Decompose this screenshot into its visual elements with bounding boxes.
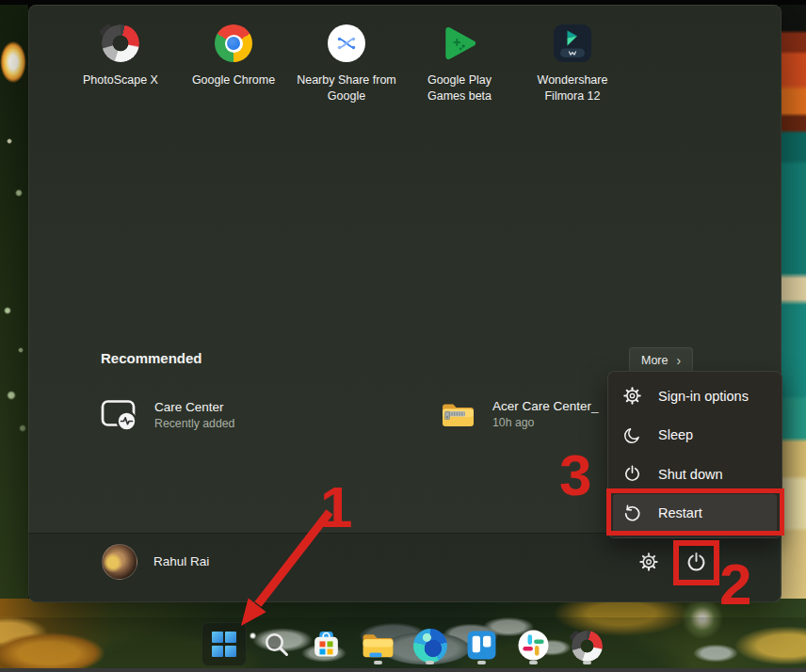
taskbar-background (0, 617, 806, 668)
menu-item-label: Sleep (658, 427, 693, 442)
trello-icon (466, 630, 497, 661)
recommended-item-title: Acer Care Center_ (492, 399, 599, 413)
menu-item-sleep[interactable]: Sleep (613, 416, 777, 456)
recommended-heading: Recommended (101, 350, 202, 366)
annotation-box-restart (606, 488, 784, 536)
more-button-label: More (641, 354, 668, 367)
chrome-icon (215, 23, 252, 64)
running-indicator (374, 661, 382, 664)
annotation-box-power (673, 540, 719, 585)
recommended-item-acer-care-center[interactable]: Acer Care Center_ 10h ago (441, 399, 599, 429)
annotation-step-3: 3 (559, 446, 591, 504)
play-games-icon (441, 23, 478, 64)
wallpaper-left-strip (0, 0, 28, 672)
recommended-item-subtitle: 10h ago (492, 416, 599, 429)
pinned-app-google-play-games[interactable]: Google Play Games beta (403, 23, 516, 104)
gear-icon (622, 386, 642, 406)
filmora-icon (554, 23, 591, 64)
recommended-item-care-center[interactable]: Care Center Recently added (101, 399, 234, 431)
windows-logo-icon (212, 632, 237, 657)
nearby-share-icon (328, 23, 365, 64)
app-label: Google Play Games beta (410, 72, 509, 104)
pinned-app-photoscape-x[interactable]: PhotoScape X (64, 23, 177, 104)
moon-icon (622, 425, 642, 445)
taskbar-file-explorer[interactable] (361, 631, 395, 660)
recommended-item-title: Care Center (154, 400, 234, 414)
pinned-app-google-chrome[interactable]: Google Chrome (177, 23, 290, 104)
annotation-step-1: 1 (320, 478, 352, 536)
menu-item-label: Sign-in options (658, 389, 749, 404)
settings-gear-icon[interactable] (638, 552, 659, 572)
wallpaper-sparkle (250, 632, 256, 639)
app-label: PhotoScape X (71, 72, 170, 88)
photoscape-icon (102, 23, 139, 64)
power-icon (622, 464, 642, 484)
menu-item-label: Shut down (658, 467, 723, 482)
app-label: Nearby Share from Google (297, 72, 396, 104)
user-name[interactable]: Rahul Rai (153, 554, 209, 568)
edge-icon (413, 629, 447, 663)
pinned-app-wondershare-filmora[interactable]: Wondershare Filmora 12 (516, 23, 629, 104)
running-indicator (529, 661, 538, 664)
taskbar-start-button[interactable] (202, 622, 247, 666)
start-menu-footer (28, 533, 780, 601)
menu-item-sign-in-options[interactable]: Sign-in options (613, 376, 777, 416)
taskbar-photoscape-x[interactable] (572, 631, 603, 662)
care-center-icon (101, 399, 138, 431)
search-icon (262, 630, 292, 660)
wallpaper-right-strip (780, 0, 806, 672)
annotation-step-2: 2 (719, 555, 751, 614)
more-button[interactable]: More › (629, 347, 693, 374)
store-icon (311, 629, 342, 660)
taskbar-search-button[interactable] (262, 630, 292, 660)
pinned-app-nearby-share[interactable]: Nearby Share from Google (290, 23, 403, 104)
taskbar-microsoft-store[interactable] (311, 629, 342, 660)
slack-icon (518, 630, 549, 661)
pinned-apps-row: PhotoScape X Google Chrome Nearby Share … (64, 23, 629, 104)
chevron-right-icon: › (676, 354, 681, 367)
photoscape-icon (572, 631, 603, 662)
folder-icon (361, 631, 395, 660)
avatar[interactable] (102, 544, 137, 580)
recommended-item-subtitle: Recently added (154, 417, 234, 430)
taskbar-microsoft-edge[interactable] (413, 629, 447, 663)
screen-bottom-edge (0, 668, 806, 672)
app-label: Google Chrome (184, 72, 283, 88)
running-indicator (426, 661, 434, 664)
app-label: Wondershare Filmora 12 (523, 72, 622, 104)
running-indicator (477, 661, 486, 664)
taskbar-slack[interactable] (518, 630, 549, 661)
running-indicator (583, 661, 591, 664)
zip-folder-icon (441, 399, 476, 429)
taskbar-trello[interactable] (466, 630, 497, 661)
screen: PhotoScape X Google Chrome Nearby Share … (0, 0, 806, 672)
